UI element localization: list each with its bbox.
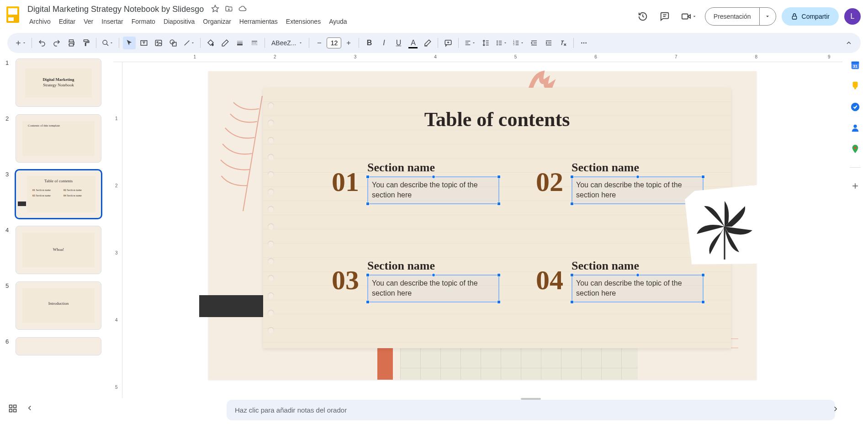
select-tool[interactable] bbox=[123, 37, 136, 49]
tasks-icon[interactable] bbox=[850, 101, 861, 112]
menu-format[interactable]: Formato bbox=[128, 16, 159, 27]
textbox-tool[interactable] bbox=[138, 37, 150, 49]
video-call-icon[interactable] bbox=[678, 8, 699, 25]
selected-textbox[interactable]: You can describe the topic of the sectio… bbox=[367, 176, 499, 204]
image-tool[interactable] bbox=[152, 37, 165, 49]
calendar-icon[interactable]: 31 bbox=[850, 59, 861, 70]
font-name-label: ABeeZ... bbox=[271, 39, 296, 47]
expand-sidepanel-icon[interactable] bbox=[831, 405, 840, 415]
toc-item-4[interactable]: 04 Section name You can describe the top… bbox=[536, 259, 704, 330]
border-color-button[interactable] bbox=[219, 37, 232, 49]
undo-button[interactable] bbox=[36, 37, 48, 49]
more-button[interactable] bbox=[577, 37, 590, 49]
clear-format-button[interactable] bbox=[557, 37, 570, 49]
svg-marker-5 bbox=[693, 16, 695, 17]
toc-section-name[interactable]: Section name bbox=[572, 161, 704, 175]
speaker-notes[interactable]: Haz clic para añadir notas del orador bbox=[227, 400, 835, 420]
svg-point-47 bbox=[497, 42, 498, 43]
document-title[interactable]: Digital Marketing Strategy Notebook by S… bbox=[26, 4, 206, 15]
selected-textbox[interactable]: You can describe the topic of the sectio… bbox=[367, 275, 499, 302]
collapse-toolbar-button[interactable] bbox=[842, 37, 855, 49]
slide-number: 6 bbox=[5, 337, 11, 345]
font-size-increase[interactable] bbox=[342, 37, 355, 49]
toc-description[interactable]: You can describe the topic of the sectio… bbox=[576, 180, 699, 201]
svg-point-46 bbox=[497, 41, 498, 41]
align-button[interactable] bbox=[462, 37, 477, 49]
cloud-status-icon[interactable] bbox=[238, 5, 247, 15]
present-dropdown[interactable] bbox=[759, 8, 776, 25]
svg-point-48 bbox=[497, 44, 498, 45]
slide-thumbnail-3[interactable]: Table of contents 01 Section name02 Sect… bbox=[16, 170, 101, 218]
menu-insert[interactable]: Insertar bbox=[98, 16, 127, 27]
toc-section-name[interactable]: Section name bbox=[367, 161, 499, 175]
toc-description[interactable]: You can describe the topic of the sectio… bbox=[576, 278, 699, 299]
menu-slide[interactable]: Diapositiva bbox=[160, 16, 198, 27]
print-button[interactable] bbox=[65, 37, 78, 49]
highlight-button[interactable] bbox=[421, 37, 434, 49]
menu-help[interactable]: Ayuda bbox=[325, 16, 350, 27]
slide-thumbnail-2[interactable]: Contents of this template bbox=[16, 114, 101, 163]
indent-increase-button[interactable] bbox=[542, 37, 555, 49]
collapse-filmstrip-icon[interactable] bbox=[26, 404, 34, 415]
comments-icon[interactable] bbox=[656, 8, 673, 25]
move-icon[interactable] bbox=[225, 5, 233, 15]
bullet-list-button[interactable] bbox=[494, 37, 509, 49]
indent-decrease-button[interactable] bbox=[528, 37, 540, 49]
border-weight-button[interactable] bbox=[233, 37, 246, 49]
slide-thumbnail-1[interactable]: Digital MarketingStrategy Notebook bbox=[16, 58, 101, 107]
menu-file[interactable]: Archivo bbox=[26, 16, 54, 27]
slide-thumbnail-4[interactable]: Whoa! bbox=[16, 226, 101, 274]
shape-tool[interactable] bbox=[167, 37, 180, 49]
present-button[interactable]: Presentación bbox=[705, 8, 759, 25]
contacts-icon[interactable] bbox=[850, 122, 861, 133]
svg-rect-3 bbox=[682, 14, 688, 19]
fill-color-button[interactable] bbox=[204, 37, 217, 49]
menu-arrange[interactable]: Organizar bbox=[199, 16, 234, 27]
svg-marker-0 bbox=[212, 5, 219, 11]
toc-item-1[interactable]: 01 Section name You can describe the top… bbox=[332, 161, 499, 232]
keep-icon[interactable] bbox=[850, 80, 861, 91]
line-spacing-button[interactable] bbox=[479, 37, 492, 49]
history-icon[interactable] bbox=[635, 8, 651, 25]
italic-button[interactable]: I bbox=[377, 37, 390, 49]
underline-button[interactable]: U bbox=[392, 37, 405, 49]
toc-item-3[interactable]: 03 Section name You can describe the top… bbox=[332, 259, 499, 330]
slides-logo[interactable] bbox=[4, 5, 22, 24]
toc-description[interactable]: You can describe the topic of the sectio… bbox=[372, 278, 495, 299]
toc-item-2[interactable]: 02 Section name You can describe the top… bbox=[536, 161, 704, 232]
new-slide-button[interactable] bbox=[13, 37, 28, 49]
bold-button[interactable]: B bbox=[363, 37, 376, 49]
grid-view-icon[interactable] bbox=[8, 404, 17, 415]
font-size-decrease[interactable] bbox=[313, 37, 326, 49]
font-size-input[interactable] bbox=[327, 37, 341, 48]
font-selector[interactable]: ABeeZ... bbox=[269, 39, 305, 47]
toc-description[interactable]: You can describe the topic of the sectio… bbox=[372, 180, 495, 201]
maps-icon[interactable] bbox=[850, 143, 861, 154]
share-button[interactable]: Compartir bbox=[782, 7, 839, 26]
insert-comment-button[interactable] bbox=[442, 37, 455, 49]
add-addon-icon[interactable] bbox=[850, 180, 861, 191]
numbered-list-button[interactable]: 123 bbox=[511, 37, 526, 49]
slide-title[interactable]: Table of contents bbox=[263, 108, 731, 131]
menu-view[interactable]: Ver bbox=[80, 16, 97, 27]
line-tool[interactable] bbox=[181, 37, 196, 49]
slide-canvas[interactable]: Table of contents 01 Section name You ca… bbox=[208, 71, 757, 380]
menu-tools[interactable]: Herramientas bbox=[236, 16, 281, 27]
redo-button[interactable] bbox=[50, 37, 63, 49]
slide-thumbnail-5[interactable]: Introduction bbox=[16, 281, 101, 330]
selected-textbox[interactable]: You can describe the topic of the sectio… bbox=[572, 176, 704, 204]
menu-extensions[interactable]: Extensiones bbox=[282, 16, 324, 27]
paint-format-button[interactable] bbox=[79, 37, 92, 49]
menu-edit[interactable]: Editar bbox=[55, 16, 79, 27]
notebook-shape: Table of contents 01 Section name You ca… bbox=[263, 88, 731, 348]
toc-section-name[interactable]: Section name bbox=[572, 259, 704, 273]
border-dash-button[interactable] bbox=[248, 37, 261, 49]
slide-filmstrip[interactable]: 1 Digital MarketingStrategy Notebook 2 C… bbox=[0, 53, 113, 424]
selected-textbox[interactable]: You can describe the topic of the sectio… bbox=[572, 275, 704, 302]
zoom-button[interactable] bbox=[100, 37, 115, 49]
account-avatar[interactable]: L bbox=[844, 8, 861, 25]
text-color-button[interactable]: A bbox=[407, 37, 419, 49]
toc-section-name[interactable]: Section name bbox=[367, 259, 499, 273]
slide-thumbnail-6[interactable] bbox=[16, 337, 101, 355]
star-icon[interactable] bbox=[211, 5, 219, 15]
